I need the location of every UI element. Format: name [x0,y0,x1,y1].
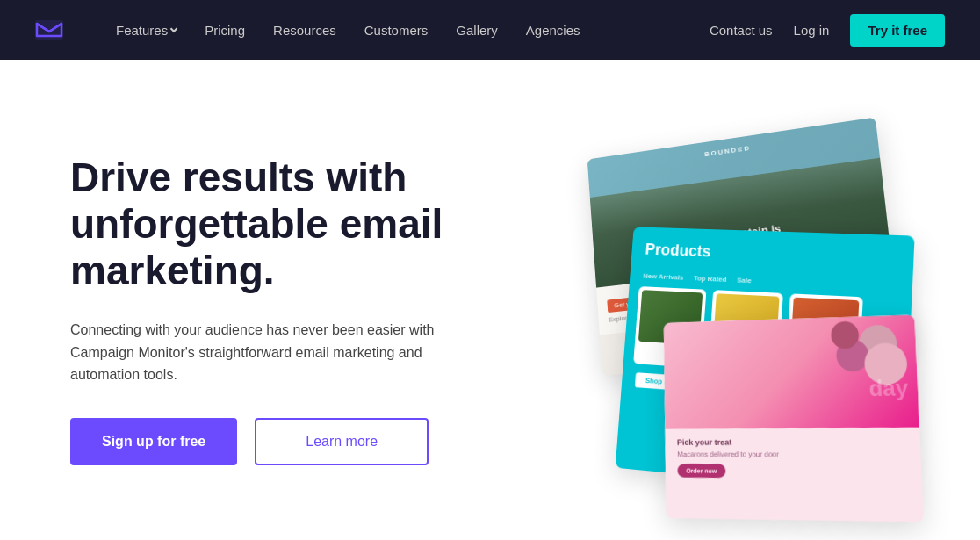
card-macarons-body: Pick your treat Macarons delivered to yo… [665,428,922,488]
hero-subtitle: Connecting with your audience has never … [70,319,439,386]
macarons-order-button: Order now [677,464,725,478]
hero-section: Drive results with unforgettable email m… [0,60,980,540]
card-macarons-text: Pick your treat [677,437,907,447]
logo[interactable] [35,20,63,40]
nav-links: Features Pricing Resources Customers Gal… [116,23,710,38]
day-badge: day [868,377,909,400]
products-nav-new: New Arrivals [643,272,683,282]
card-macarons-top: day [664,314,919,428]
nav-right: Contact us Log in Try it free [710,14,945,47]
hero-content: Drive results with unforgettable email m… [70,155,492,464]
email-cards-stack: BOUNDED Your mountain iswaiting! Get you… [538,122,911,508]
hero-illustration: BOUNDED Your mountain iswaiting! Get you… [527,112,910,508]
card-products-title: Products [645,241,711,261]
products-nav-sale: Sale [737,277,752,285]
learn-more-button[interactable]: Learn more [255,418,429,465]
navbar: Features Pricing Resources Customers Gal… [0,0,980,60]
nav-gallery[interactable]: Gallery [456,23,498,38]
email-card-macarons: day Pick your treat Macarons delivered t… [664,314,924,522]
features-dropdown-icon [170,25,177,32]
signup-button[interactable]: Sign up for free [70,418,237,465]
try-free-button[interactable]: Try it free [850,14,945,47]
products-nav-rated: Top Rated [694,274,727,284]
nav-resources[interactable]: Resources [273,23,336,38]
nav-customers[interactable]: Customers [364,23,429,38]
card-macarons-subtext: Macarons delivered to your door [677,450,907,459]
hero-title: Drive results with unforgettable email m… [70,155,492,294]
hero-buttons: Sign up for free Learn more [70,418,492,465]
nav-pricing[interactable]: Pricing [205,23,245,38]
nav-features[interactable]: Features [116,23,177,38]
login-link[interactable]: Log in [794,23,830,38]
nav-agencies[interactable]: Agencies [526,23,580,38]
contact-link[interactable]: Contact us [710,23,773,38]
